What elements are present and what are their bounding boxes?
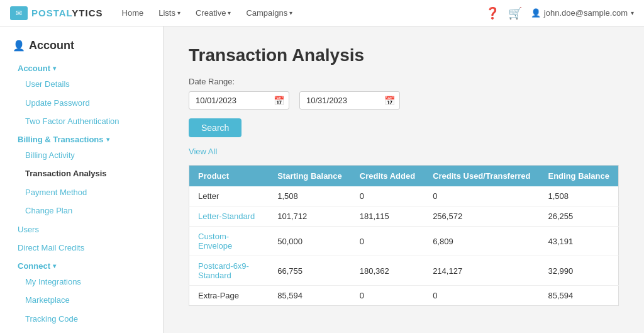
cell-product[interactable]: Custom-Envelope <box>189 227 269 256</box>
sidebar-group-connect[interactable]: Connect ▾ <box>0 257 163 273</box>
user-icon: 👤 <box>531 8 541 18</box>
cell-starting-balance: 50,000 <box>269 227 351 256</box>
cell-credits-used: 6,809 <box>424 227 539 256</box>
chevron-down-icon: ▾ <box>631 9 634 16</box>
nav-lists[interactable]: Lists ▾ <box>152 6 187 20</box>
cell-ending-balance: 85,594 <box>539 286 618 306</box>
cell-credits-added: 0 <box>351 286 424 306</box>
cell-starting-balance: 101,712 <box>269 206 351 227</box>
sidebar-item-tracking-code[interactable]: Tracking Code <box>0 310 163 329</box>
cell-starting-balance: 1,508 <box>269 186 351 206</box>
date-range-row: 📅 📅 <box>189 91 619 110</box>
table-row: Custom-Envelope50,00006,80943,191 <box>189 227 619 256</box>
date-range-label: Date Range: <box>189 77 619 86</box>
cart-icon[interactable]: 🛒 <box>508 6 522 20</box>
calendar-icon[interactable]: 📅 <box>274 96 284 106</box>
sidebar-item-my-integrations[interactable]: My Integrations <box>0 273 163 291</box>
sidebar-group-account[interactable]: Account ▾ <box>0 60 163 75</box>
cell-ending-balance: 26,255 <box>539 206 618 227</box>
transaction-table: Product Starting Balance Credits Added C… <box>189 165 619 306</box>
sidebar-item-transaction-analysis[interactable]: Transaction Analysis <box>0 164 163 183</box>
cell-ending-balance: 1,508 <box>539 186 618 206</box>
cell-credits-used: 0 <box>424 186 539 206</box>
layout: 👤 Account Account ▾ User Details Update … <box>0 26 644 333</box>
user-email: john.doe@sample.com <box>544 8 628 18</box>
sidebar-item-update-password[interactable]: Update Password <box>0 94 163 113</box>
sidebar-item-direct-mail-credits[interactable]: Direct Mail Credits <box>0 239 163 257</box>
table-row: Letter1,508001,508 <box>189 186 619 206</box>
sidebar-item-two-factor[interactable]: Two Factor Authentication <box>0 112 163 131</box>
sidebar-group-billing[interactable]: Billing & Transactions ▾ <box>0 131 163 146</box>
chevron-down-icon: ▾ <box>177 9 180 16</box>
col-credits-used: Credits Used/Transferred <box>424 166 539 187</box>
nav-right: ❓ 🛒 👤 john.doe@sample.com ▾ <box>486 6 634 20</box>
col-ending-balance: Ending Balance <box>539 166 618 187</box>
chevron-down-icon: ▾ <box>228 9 231 16</box>
nav-links: Home Lists ▾ Creative ▾ Campaigns ▾ <box>116 6 486 20</box>
cell-starting-balance: 66,755 <box>269 256 351 286</box>
col-credits-added: Credits Added <box>351 166 424 187</box>
col-starting-balance: Starting Balance <box>269 166 351 187</box>
cell-starting-balance: 85,594 <box>269 286 351 306</box>
table-row: Letter-Standard101,712181,115256,57226,2… <box>189 206 619 227</box>
nav-campaigns[interactable]: Campaigns ▾ <box>240 6 299 20</box>
cell-credits-used: 256,572 <box>424 206 539 227</box>
chevron-down-icon: ▾ <box>53 262 56 269</box>
help-icon[interactable]: ❓ <box>486 6 499 20</box>
sidebar-item-payment-method[interactable]: Payment Method <box>0 183 163 202</box>
user-menu[interactable]: 👤 john.doe@sample.com ▾ <box>531 8 634 18</box>
nav-creative[interactable]: Creative ▾ <box>189 6 237 20</box>
chevron-down-icon: ▾ <box>106 136 109 143</box>
cell-ending-balance: 32,990 <box>539 256 618 286</box>
sidebar-item-change-plan[interactable]: Change Plan <box>0 201 163 220</box>
sidebar-item-marketplace[interactable]: Marketplace <box>0 291 163 310</box>
logo[interactable]: ✉ POSTALYTICS <box>10 6 103 20</box>
table-row: Extra-Page85,5940085,594 <box>189 286 619 306</box>
chevron-down-icon: ▾ <box>53 65 56 72</box>
cell-product: Letter <box>189 186 269 206</box>
col-product: Product <box>189 166 269 187</box>
table-row: Postcard-6x9-Standard66,755180,362214,12… <box>189 256 619 286</box>
sidebar-item-billing-activity[interactable]: Billing Activity <box>0 146 163 165</box>
cell-product[interactable]: Letter-Standard <box>189 206 269 227</box>
calendar-icon[interactable]: 📅 <box>384 96 395 106</box>
cell-credits-added: 0 <box>351 186 424 206</box>
sidebar-section-title: 👤 Account <box>0 39 163 60</box>
cell-credits-added: 180,362 <box>351 256 424 286</box>
cell-credits-added: 181,115 <box>351 206 424 227</box>
chevron-down-icon: ▾ <box>289 9 292 16</box>
sidebar-item-api-key[interactable]: API Key <box>0 328 163 333</box>
page-title: Transaction Analysis <box>189 45 619 65</box>
main-content: Transaction Analysis Date Range: 📅 📅 Sea… <box>164 26 644 333</box>
cell-credits-added: 0 <box>351 227 424 256</box>
view-all-link[interactable]: View All <box>189 147 217 156</box>
nav-home[interactable]: Home <box>116 6 150 20</box>
account-icon: 👤 <box>13 40 25 52</box>
top-nav: ✉ POSTALYTICS Home Lists ▾ Creative ▾ Ca… <box>0 0 644 26</box>
cell-credits-used: 214,127 <box>424 256 539 286</box>
logo-icon: ✉ <box>10 6 28 20</box>
sidebar: 👤 Account Account ▾ User Details Update … <box>0 26 164 333</box>
search-button[interactable]: Search <box>189 118 242 137</box>
cell-product: Extra-Page <box>189 286 269 306</box>
date-from-wrapper: 📅 <box>189 91 289 110</box>
sidebar-item-user-details[interactable]: User Details <box>0 75 163 94</box>
cell-product[interactable]: Postcard-6x9-Standard <box>189 256 269 286</box>
date-to-wrapper: 📅 <box>299 91 400 110</box>
logo-text: POSTALYTICS <box>31 8 103 18</box>
sidebar-item-users[interactable]: Users <box>0 220 163 239</box>
cell-ending-balance: 43,191 <box>539 227 618 256</box>
cell-credits-used: 0 <box>424 286 539 306</box>
